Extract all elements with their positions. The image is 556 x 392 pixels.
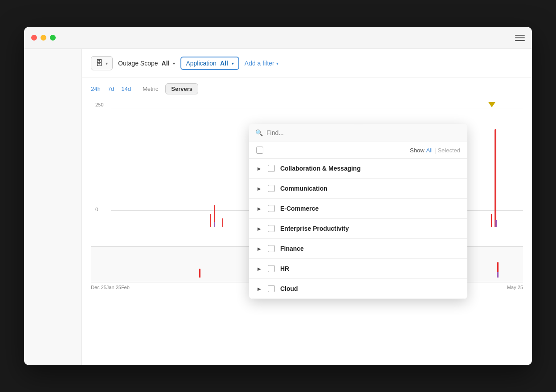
expand-icon-1[interactable]: ▶ [256,165,262,172]
show-all-button[interactable]: All [426,147,433,154]
mini-x-may25: May 25 [507,285,523,290]
expand-icon-5[interactable]: ▶ [256,245,262,252]
expand-icon-6[interactable]: ▶ [256,265,262,272]
item-checkbox-2[interactable] [268,185,275,192]
item-label-4: Enterprise Productivity [280,225,349,232]
dropdown-header: Show All | Selected [249,142,467,159]
expand-icon-4[interactable]: ▶ [256,225,262,232]
dropdown-search-area: 🔍 [249,124,467,142]
sidebar [24,49,82,365]
list-item[interactable]: ▶ Communication [249,179,467,199]
list-item[interactable]: ▶ Finance [249,239,467,259]
toolbar: 🗄 ▾ Outage Scope All ▾ Application All ▾… [82,49,532,78]
list-item[interactable]: ▶ E-Commerce [249,199,467,219]
dropdown-list: ▶ Collaboration & Messaging ▶ Communicat… [249,159,467,299]
item-checkbox-5[interactable] [268,245,275,252]
y-axis-250: 250 [95,102,103,107]
database-icon: 🗄 [96,59,103,67]
time-24h-button[interactable]: 24h [91,86,101,92]
search-icon: 🔍 [255,129,263,136]
time-14d-button[interactable]: 14d [121,86,131,92]
spike-1 [210,214,211,227]
mini-spike-1 [199,269,200,278]
traffic-lights [31,35,56,41]
hamburger-line [515,35,525,36]
chart-controls: 24h 7d 14d Metric Servers [82,78,532,100]
item-checkbox-1[interactable] [268,165,275,172]
spike-3 [222,218,223,227]
item-label-7: Cloud [280,285,298,292]
hamburger-line [515,40,525,41]
item-label-5: Finance [280,245,304,252]
add-filter-button[interactable]: Add a filter ▾ [245,60,278,67]
application-value: All [220,60,228,67]
application-caret: ▾ [232,61,234,66]
spike-big2 [491,214,492,227]
expand-icon-7[interactable]: ▶ [256,286,262,292]
master-checkbox[interactable] [256,147,263,154]
db-selector-button[interactable]: 🗄 ▾ [91,56,113,70]
list-item[interactable]: ▶ Collaboration & Messaging [249,159,467,179]
purple-spike-big [495,220,497,227]
application-filter-button[interactable]: Application All ▾ [180,57,239,70]
main-content: 🗄 ▾ Outage Scope All ▾ Application All ▾… [82,49,532,365]
list-item[interactable]: ▶ Enterprise Productivity [249,219,467,239]
item-label-6: HR [280,265,289,272]
outage-scope-caret: ▾ [173,61,175,66]
add-filter-caret: ▾ [276,61,278,66]
show-selected-button[interactable]: Selected [437,147,460,154]
item-label-3: E-Commerce [280,205,319,212]
tab-servers[interactable]: Servers [165,83,198,94]
close-button[interactable] [31,35,37,41]
content-area: 🗄 ▾ Outage Scope All ▾ Application All ▾… [24,49,532,365]
show-label: Show [410,147,425,154]
item-label-1: Collaboration & Messaging [280,165,360,172]
item-label-2: Communication [280,185,327,192]
main-window: 🗄 ▾ Outage Scope All ▾ Application All ▾… [24,27,532,365]
hamburger-line [515,37,525,38]
outage-scope-label: Outage Scope [118,60,158,67]
mini-purple-spike [497,272,499,278]
purple-spike-1 [214,222,215,227]
item-checkbox-4[interactable] [268,225,275,232]
triangle-marker [488,102,495,107]
mini-x-dec25: Dec 25 [91,285,106,290]
minimize-button[interactable] [41,35,46,41]
hamburger-menu[interactable] [515,35,525,41]
list-item[interactable]: ▶ HR [249,259,467,279]
application-label: Application [186,60,217,67]
search-input[interactable] [266,129,461,136]
mini-x-jan25: Jan 25 [106,285,121,290]
list-item[interactable]: ▶ Cloud [249,279,467,299]
item-checkbox-3[interactable] [268,205,275,212]
add-filter-label: Add a filter [245,60,274,67]
outage-scope-value: All [162,60,170,67]
expand-icon-2[interactable]: ▶ [256,185,262,192]
application-dropdown: 🔍 Show All | Selected ▶ [249,124,467,299]
metric-label: Metric [143,86,158,92]
db-dropdown-caret: ▾ [106,61,108,66]
mini-x-feb: Feb [121,285,130,290]
titlebar [24,27,532,49]
spike-big [495,129,496,227]
maximize-button[interactable] [50,35,56,41]
expand-icon-3[interactable]: ▶ [256,205,262,212]
item-checkbox-6[interactable] [268,265,275,272]
time-7d-button[interactable]: 7d [108,86,114,92]
item-checkbox-7[interactable] [268,285,275,292]
outage-scope-filter[interactable]: Outage Scope All ▾ [118,60,175,67]
y-axis-0: 0 [95,207,98,212]
show-divider: | [434,147,436,154]
